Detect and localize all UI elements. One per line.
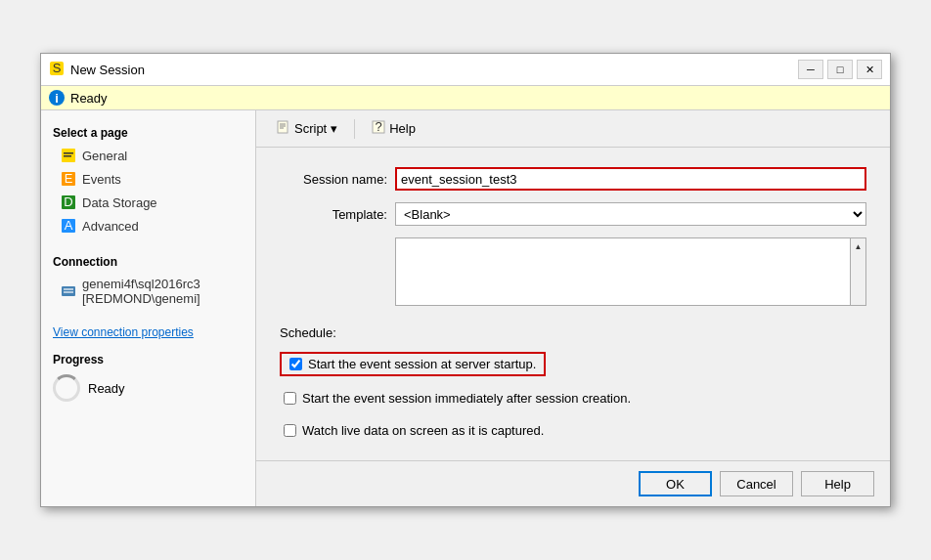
dialog-title: New Session (70, 63, 145, 77)
status-text: Ready (70, 91, 108, 106)
session-name-label: Session name: (280, 172, 387, 187)
scroll-up-arrow[interactable]: ▲ (853, 240, 864, 253)
template-row: Template: <Blank> (280, 202, 866, 226)
sidebar-item-advanced[interactable]: A Advanced (41, 214, 255, 237)
svg-rect-12 (64, 288, 73, 290)
dialog-icon: S (49, 61, 65, 79)
sidebar-divider-1 (41, 237, 255, 247)
toolbar-separator (354, 119, 355, 139)
general-icon (61, 148, 76, 163)
select-page-title: Select a page (41, 118, 255, 144)
sidebar-item-datastorage[interactable]: D Data Storage (41, 191, 255, 214)
events-icon: E (61, 171, 76, 187)
title-bar-left: S New Session (49, 61, 145, 79)
script-label: Script (294, 121, 327, 136)
help-button[interactable]: ? Help (363, 116, 424, 141)
content-area: Select a page General E Events D Data St… (41, 110, 890, 506)
svg-rect-13 (64, 291, 73, 293)
checkbox-row-immediate: Start the event session immediately afte… (280, 388, 866, 409)
ok-button[interactable]: OK (639, 471, 712, 496)
script-icon (277, 120, 290, 137)
svg-rect-4 (64, 155, 71, 157)
advanced-icon: A (61, 218, 76, 234)
progress-status: Ready (88, 381, 125, 396)
sidebar-item-general[interactable]: General (41, 144, 255, 167)
svg-text:?: ? (376, 120, 382, 134)
checkbox-livedata[interactable] (284, 424, 296, 437)
progress-spinner (53, 374, 80, 402)
sidebar: Select a page General E Events D Data St… (41, 110, 256, 506)
close-button[interactable]: ✕ (857, 60, 882, 79)
svg-text:A: A (65, 218, 73, 233)
checkbox-startup[interactable] (289, 358, 302, 370)
checkbox-startup-label: Start the event session at server startu… (308, 357, 536, 371)
title-bar: S New Session ─ □ ✕ (41, 54, 890, 86)
server-icon (61, 283, 76, 299)
minimize-button[interactable]: ─ (798, 60, 823, 79)
form-area: Session name: Template: <Blank> ▲ (256, 148, 890, 460)
new-session-dialog: S New Session ─ □ ✕ i Ready Select a pag… (40, 53, 891, 507)
main-panel: Script ▾ ? Help Session name: (256, 110, 890, 506)
sidebar-label-datastorage: Data Storage (82, 195, 157, 210)
script-button[interactable]: Script ▾ (268, 116, 346, 141)
session-name-row: Session name: (280, 167, 866, 191)
svg-text:E: E (65, 171, 73, 186)
schedule-label: Schedule: (280, 325, 866, 340)
maximize-button[interactable]: □ (827, 60, 853, 79)
help-icon: ? (372, 120, 385, 137)
script-dropdown-icon: ▾ (331, 121, 337, 136)
title-bar-controls: ─ □ ✕ (798, 60, 882, 79)
template-select[interactable]: <Blank> (395, 202, 866, 226)
connection-title: Connection (41, 247, 255, 273)
connection-server-text: genemi4f\sql2016rc3 [REDMOND\genemi] (82, 277, 200, 306)
sidebar-label-general: General (82, 149, 127, 163)
toolbar: Script ▾ ? Help (256, 110, 890, 148)
checkbox-immediate[interactable] (284, 392, 296, 405)
sidebar-connection-server: genemi4f\sql2016rc3 [REDMOND\genemi] (41, 273, 255, 310)
sidebar-label-events: Events (82, 172, 121, 187)
template-label: Template: (280, 207, 387, 222)
status-bar: i Ready (41, 86, 890, 110)
cancel-button[interactable]: Cancel (720, 471, 793, 496)
svg-rect-3 (64, 152, 73, 154)
session-name-input[interactable] (395, 167, 866, 191)
template-description: ▲ (395, 237, 866, 306)
dialog-footer: OK Cancel Help (256, 460, 890, 506)
svg-text:S: S (53, 61, 62, 75)
footer-help-button[interactable]: Help (801, 471, 874, 496)
checkbox-livedata-label: Watch live data on screen as it is captu… (302, 423, 544, 438)
sidebar-item-events[interactable]: E Events (41, 167, 255, 191)
sidebar-divider-2 (41, 310, 255, 320)
progress-title: Progress (41, 345, 255, 370)
help-label: Help (389, 121, 416, 136)
view-connection-link[interactable]: View connection properties (41, 320, 255, 345)
svg-rect-14 (278, 121, 288, 133)
progress-row: Ready (41, 370, 255, 406)
checkbox-row-livedata: Watch live data on screen as it is captu… (280, 420, 866, 441)
svg-text:D: D (64, 194, 72, 209)
checkbox-immediate-label: Start the event session immediately afte… (302, 391, 631, 406)
info-icon: i (49, 90, 65, 106)
datastorage-icon: D (61, 194, 76, 210)
checkbox-row-startup: Start the event session at server startu… (280, 352, 546, 376)
template-scroll: ▲ (850, 238, 865, 305)
sidebar-label-advanced: Advanced (82, 219, 139, 234)
